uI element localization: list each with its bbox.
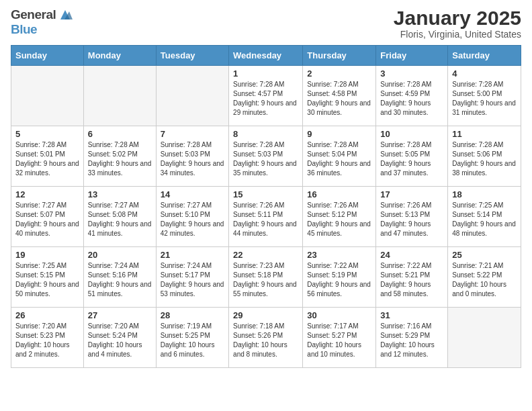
calendar-cell: 16Sunrise: 7:26 AM Sunset: 5:12 PM Dayli…: [303, 187, 376, 247]
calendar-cell: 4Sunrise: 7:28 AM Sunset: 5:00 PM Daylig…: [448, 66, 521, 126]
calendar-cell: 11Sunrise: 7:28 AM Sunset: 5:06 PM Dayli…: [448, 126, 521, 187]
day-number: 28: [161, 310, 224, 320]
calendar-title: January 2025: [394, 7, 521, 29]
weekday-header-tuesday: Tuesday: [156, 46, 228, 66]
weekday-header-friday: Friday: [376, 46, 448, 66]
day-info: Sunrise: 7:17 AM Sunset: 5:27 PM Dayligh…: [307, 322, 371, 359]
day-info: Sunrise: 7:27 AM Sunset: 5:08 PM Dayligh…: [88, 201, 152, 238]
day-info: Sunrise: 7:28 AM Sunset: 5:05 PM Dayligh…: [380, 140, 443, 178]
day-number: 20: [88, 250, 152, 260]
day-info: Sunrise: 7:28 AM Sunset: 5:04 PM Dayligh…: [307, 140, 371, 178]
day-info: Sunrise: 7:16 AM Sunset: 5:29 PM Dayligh…: [380, 322, 443, 359]
day-info: Sunrise: 7:22 AM Sunset: 5:19 PM Dayligh…: [307, 261, 371, 299]
day-number: 22: [233, 250, 298, 260]
calendar-cell: 7Sunrise: 7:28 AM Sunset: 5:03 PM Daylig…: [156, 126, 228, 187]
day-number: 6: [88, 129, 152, 139]
calendar-week-row: 12Sunrise: 7:27 AM Sunset: 5:07 PM Dayli…: [11, 187, 521, 247]
day-info: Sunrise: 7:27 AM Sunset: 5:10 PM Dayligh…: [161, 201, 224, 238]
day-info: Sunrise: 7:27 AM Sunset: 5:07 PM Dayligh…: [15, 201, 79, 238]
logo-icon: [58, 7, 73, 22]
day-number: 25: [452, 250, 517, 260]
day-number: 5: [15, 129, 79, 139]
title-block: January 2025 Floris, Virginia, United St…: [394, 7, 521, 40]
day-info: Sunrise: 7:28 AM Sunset: 4:59 PM Dayligh…: [380, 80, 443, 118]
day-number: 2: [307, 68, 371, 79]
day-number: 31: [380, 310, 443, 320]
calendar-cell: [156, 66, 228, 126]
day-number: 27: [88, 310, 152, 320]
day-info: Sunrise: 7:26 AM Sunset: 5:11 PM Dayligh…: [233, 201, 298, 238]
day-number: 8: [233, 129, 298, 139]
day-number: 10: [380, 129, 443, 139]
day-number: 12: [15, 189, 79, 199]
day-number: 4: [452, 68, 517, 79]
day-number: 9: [307, 129, 371, 139]
day-number: 3: [380, 68, 443, 79]
calendar-cell: 8Sunrise: 7:28 AM Sunset: 5:03 PM Daylig…: [229, 126, 303, 187]
calendar-cell: 29Sunrise: 7:18 AM Sunset: 5:26 PM Dayli…: [229, 308, 303, 368]
day-info: Sunrise: 7:23 AM Sunset: 5:18 PM Dayligh…: [233, 261, 298, 299]
calendar-cell: 9Sunrise: 7:28 AM Sunset: 5:04 PM Daylig…: [303, 126, 376, 187]
day-info: Sunrise: 7:28 AM Sunset: 5:06 PM Dayligh…: [452, 140, 517, 178]
weekday-header-monday: Monday: [83, 46, 156, 66]
weekday-header-wednesday: Wednesday: [229, 46, 303, 66]
day-info: Sunrise: 7:19 AM Sunset: 5:25 PM Dayligh…: [161, 322, 224, 359]
day-number: 19: [15, 250, 79, 260]
calendar-cell: 30Sunrise: 7:17 AM Sunset: 5:27 PM Dayli…: [303, 308, 376, 368]
calendar-cell: [448, 308, 521, 368]
day-number: 1: [233, 68, 298, 79]
weekday-header-sunday: Sunday: [11, 46, 84, 66]
calendar-cell: [11, 66, 84, 126]
calendar-cell: 27Sunrise: 7:20 AM Sunset: 5:24 PM Dayli…: [83, 308, 156, 368]
day-number: 16: [307, 189, 371, 199]
calendar-cell: 25Sunrise: 7:21 AM Sunset: 5:22 PM Dayli…: [448, 247, 521, 308]
day-info: Sunrise: 7:22 AM Sunset: 5:21 PM Dayligh…: [380, 261, 443, 299]
day-info: Sunrise: 7:28 AM Sunset: 4:58 PM Dayligh…: [307, 80, 371, 118]
calendar-cell: 19Sunrise: 7:25 AM Sunset: 5:15 PM Dayli…: [11, 247, 84, 308]
day-number: 7: [161, 129, 224, 139]
calendar-cell: 2Sunrise: 7:28 AM Sunset: 4:58 PM Daylig…: [303, 66, 376, 126]
day-number: 23: [307, 250, 371, 260]
day-info: Sunrise: 7:28 AM Sunset: 5:02 PM Dayligh…: [88, 140, 152, 178]
day-info: Sunrise: 7:28 AM Sunset: 5:00 PM Dayligh…: [452, 80, 517, 118]
day-number: 14: [161, 189, 224, 199]
day-info: Sunrise: 7:28 AM Sunset: 5:03 PM Dayligh…: [233, 140, 298, 178]
header: General Blue January 2025 Floris, Virgin…: [11, 7, 521, 40]
calendar-cell: 5Sunrise: 7:28 AM Sunset: 5:01 PM Daylig…: [11, 126, 84, 187]
day-info: Sunrise: 7:28 AM Sunset: 5:03 PM Dayligh…: [161, 140, 224, 178]
calendar-cell: 10Sunrise: 7:28 AM Sunset: 5:05 PM Dayli…: [376, 126, 448, 187]
day-info: Sunrise: 7:24 AM Sunset: 5:16 PM Dayligh…: [88, 261, 152, 299]
day-info: Sunrise: 7:26 AM Sunset: 5:12 PM Dayligh…: [307, 201, 371, 238]
day-number: 29: [233, 310, 298, 320]
calendar-header-row: SundayMondayTuesdayWednesdayThursdayFrid…: [11, 46, 521, 66]
day-info: Sunrise: 7:24 AM Sunset: 5:17 PM Dayligh…: [161, 261, 224, 299]
day-info: Sunrise: 7:25 AM Sunset: 5:14 PM Dayligh…: [452, 201, 517, 238]
calendar-cell: 23Sunrise: 7:22 AM Sunset: 5:19 PM Dayli…: [303, 247, 376, 308]
day-number: 24: [380, 250, 443, 260]
day-number: 13: [88, 189, 152, 199]
day-number: 21: [161, 250, 224, 260]
day-number: 18: [452, 189, 517, 199]
calendar-cell: 14Sunrise: 7:27 AM Sunset: 5:10 PM Dayli…: [156, 187, 228, 247]
calendar-cell: 22Sunrise: 7:23 AM Sunset: 5:18 PM Dayli…: [229, 247, 303, 308]
day-info: Sunrise: 7:28 AM Sunset: 4:57 PM Dayligh…: [233, 80, 298, 118]
day-info: Sunrise: 7:26 AM Sunset: 5:13 PM Dayligh…: [380, 201, 443, 238]
day-number: 11: [452, 129, 517, 139]
logo-general-text: General: [11, 7, 56, 22]
calendar-subtitle: Floris, Virginia, United States: [394, 29, 521, 40]
calendar-week-row: 1Sunrise: 7:28 AM Sunset: 4:57 PM Daylig…: [11, 66, 521, 126]
calendar-table: SundayMondayTuesdayWednesdayThursdayFrid…: [11, 45, 521, 368]
calendar-week-row: 5Sunrise: 7:28 AM Sunset: 5:01 PM Daylig…: [11, 126, 521, 187]
logo-top: General: [11, 7, 73, 22]
page: General Blue January 2025 Floris, Virgin…: [0, 0, 532, 379]
calendar-cell: 13Sunrise: 7:27 AM Sunset: 5:08 PM Dayli…: [83, 187, 156, 247]
calendar-cell: 24Sunrise: 7:22 AM Sunset: 5:21 PM Dayli…: [376, 247, 448, 308]
calendar-cell: 20Sunrise: 7:24 AM Sunset: 5:16 PM Dayli…: [83, 247, 156, 308]
day-number: 15: [233, 189, 298, 199]
day-info: Sunrise: 7:18 AM Sunset: 5:26 PM Dayligh…: [233, 322, 298, 359]
logo-blue-text: Blue: [11, 22, 37, 37]
day-number: 17: [380, 189, 443, 199]
calendar-cell: 21Sunrise: 7:24 AM Sunset: 5:17 PM Dayli…: [156, 247, 228, 308]
logo-bottom: Blue: [11, 22, 37, 37]
logo: General Blue: [11, 7, 73, 37]
